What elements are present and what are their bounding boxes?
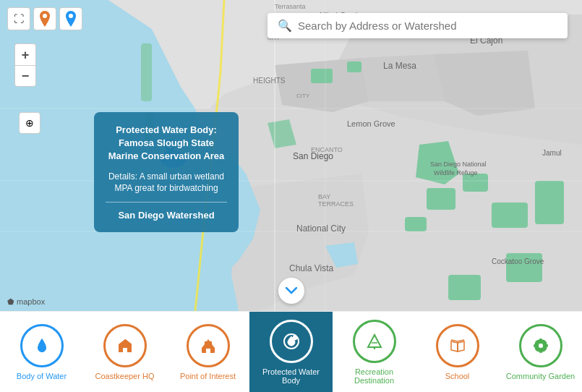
toolbar-item-community-garden[interactable]: Community Garden	[499, 312, 582, 392]
toolbar-item-school[interactable]: School	[416, 312, 499, 392]
coastkeeper-hq-label: Coastkeeper HQ	[95, 372, 155, 380]
svg-text:San Diego National: San Diego National	[430, 161, 487, 168]
bottom-toolbar: Body of Water Coastkeeper HQ Point of In…	[0, 311, 582, 392]
point-of-interest-icon	[187, 324, 230, 367]
svg-text:Chula Vista: Chula Vista	[289, 263, 333, 273]
svg-text:La Mesa: La Mesa	[383, 61, 416, 71]
coastkeeper-hq-icon	[103, 324, 147, 367]
svg-text:CITY: CITY	[296, 93, 310, 99]
svg-text:HEIGHTS: HEIGHTS	[253, 77, 286, 85]
toolbar-item-body-of-water[interactable]: Body of Water	[0, 312, 83, 392]
svg-point-52	[539, 344, 543, 348]
map-pin-2[interactable]	[59, 7, 82, 30]
toolbar-item-protected-water-body[interactable]: Protected Water Body	[249, 312, 333, 392]
school-icon	[436, 324, 479, 367]
toolbar-item-point-of-interest[interactable]: Point of Interest	[166, 312, 249, 392]
popup-title: Protected Water Body: Famosa Slough Stat…	[106, 124, 227, 163]
body-of-water-label: Body of Water	[17, 372, 67, 380]
svg-text:ENCANTO: ENCANTO	[311, 146, 343, 153]
toolbar-item-coastkeeper-hq[interactable]: Coastkeeper HQ	[83, 312, 166, 392]
svg-rect-6	[492, 203, 528, 228]
recreation-destination-label: Recreation Destination	[335, 367, 413, 385]
community-garden-icon	[519, 324, 562, 367]
recreation-destination-icon	[353, 320, 396, 363]
popup-watershed: San Diego Watershed	[106, 210, 227, 221]
chevron-down-button[interactable]	[278, 278, 304, 304]
map[interactable]: La Mesa El Cajon Lemon Grove San Diego H…	[0, 0, 582, 311]
community-garden-label: Community Garden	[506, 372, 575, 380]
map-pin-1[interactable]	[33, 7, 56, 30]
svg-rect-10	[141, 43, 152, 101]
search-bar[interactable]: 🔍	[268, 13, 568, 38]
svg-text:Wildlife Refuge: Wildlife Refuge	[434, 169, 478, 176]
svg-text:BAY: BAY	[318, 193, 330, 200]
point-of-interest-label: Point of Interest	[180, 372, 236, 380]
protected-water-body-icon	[270, 320, 313, 363]
svg-rect-3	[427, 188, 455, 210]
svg-rect-1	[311, 69, 333, 83]
body-of-water-icon	[20, 324, 64, 367]
fullscreen-button[interactable]: ⛶	[7, 7, 30, 30]
zoom-out-button[interactable]: −	[14, 65, 36, 87]
protected-water-body-label: Protected Water Body	[252, 367, 330, 385]
search-input[interactable]	[298, 20, 557, 32]
svg-text:TERRACES: TERRACES	[318, 200, 354, 208]
svg-text:Terrasanta: Terrasanta	[275, 3, 306, 10]
mapbox-credit: ⬟ mapbox	[7, 297, 45, 307]
zoom-in-button[interactable]: +	[14, 43, 36, 65]
svg-rect-2	[347, 61, 361, 72]
svg-text:Jamul: Jamul	[542, 149, 562, 157]
svg-rect-9	[448, 275, 481, 300]
popup-divider	[106, 202, 227, 203]
svg-rect-5	[405, 217, 427, 231]
svg-point-42	[293, 336, 297, 340]
compass-control[interactable]: ⊕	[19, 112, 40, 134]
svg-text:National City: National City	[296, 223, 346, 234]
svg-text:Lemon Grove: Lemon Grove	[347, 119, 395, 128]
toolbar-item-recreation-destination[interactable]: Recreation Destination	[333, 312, 416, 392]
popup-details: Details: A small urban wetland MPA great…	[106, 171, 227, 195]
svg-point-37	[69, 14, 73, 18]
svg-point-36	[43, 14, 47, 18]
zoom-controls: + −	[14, 43, 36, 87]
search-icon: 🔍	[278, 19, 292, 33]
school-label: School	[445, 372, 470, 380]
map-top-controls: ⛶	[7, 7, 82, 30]
svg-rect-7	[535, 181, 564, 224]
svg-text:Cockatoo Grove: Cockatoo Grove	[492, 257, 544, 265]
svg-rect-40	[206, 349, 210, 353]
popup-card: Protected Water Body: Famosa Slough Stat…	[94, 112, 239, 232]
